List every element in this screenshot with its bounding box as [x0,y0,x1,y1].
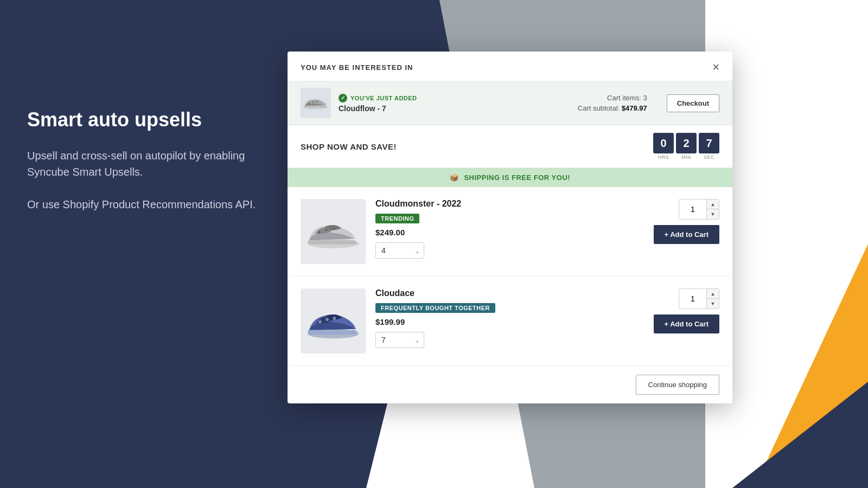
countdown-timer: 0 HRS 2 MIN 7 SEC [653,133,719,160]
qty-down-1[interactable]: ▼ [707,209,719,219]
size-select-wrapper-1: 4 5 6 7 8 [375,242,424,259]
product-action-2: ▲ ▼ + Add to Cart [654,288,720,333]
countdown-hours: 0 HRS [653,133,674,160]
svg-point-9 [318,320,322,324]
product-price-2: $199.99 [375,317,644,326]
product-details-1: Cloudmonster - 2022 TRENDING $249.00 4 5… [375,199,644,259]
cart-info: Cart items: 3 Cart subtotal: $479.97 [578,93,647,114]
check-icon: ✓ [339,94,347,102]
just-added-label: ✓ YOU'VE JUST ADDED [339,94,417,102]
modal-header: YOU MAY BE INTERESTED IN × [288,52,732,81]
added-product-name: Cloudflow - 7 [339,104,417,113]
svg-point-1 [308,102,310,104]
product-item-2: Cloudace FREQUENTLY BOUGHT TOGETHER $199… [288,277,732,366]
svg-point-6 [325,229,327,231]
quantity-input-2[interactable] [679,291,706,306]
shipping-text: SHIPPING IS FREE FOR YOU! [464,174,570,182]
just-added-left: ✓ YOU'VE JUST ADDED Cloudflow - 7 [301,88,417,118]
product-details-2: Cloudace FREQUENTLY BOUGHT TOGETHER $199… [375,288,644,348]
modal-title: YOU MAY BE INTERESTED IN [301,63,413,72]
added-product-thumb [301,88,331,118]
seconds-value: 7 [699,133,719,153]
minutes-label: MIN [681,155,691,160]
shop-banner: SHOP NOW AND SAVE! 0 HRS 2 MIN 7 SEC [288,125,732,168]
qty-down-2[interactable]: ▼ [707,299,719,309]
minutes-value: 2 [676,133,697,153]
box-icon: 📦 [450,174,459,182]
modal: YOU MAY BE INTERESTED IN × ✓ [288,52,732,403]
quantity-stepper-2: ▲ ▼ [679,288,719,309]
svg-point-5 [318,231,320,233]
continue-shopping-button[interactable]: Continue shopping [636,375,719,395]
svg-point-3 [316,101,318,102]
size-select-1[interactable]: 4 5 6 7 8 [375,242,424,259]
countdown-minutes: 2 MIN [676,133,697,160]
free-shipping-bar: 📦 SHIPPING IS FREE FOR YOU! [288,168,732,187]
svg-point-10 [326,318,329,321]
product-image-2 [301,288,366,354]
product-shoe-icon-2 [303,299,363,343]
countdown-seconds: 7 SEC [699,133,719,160]
quantity-input-1[interactable] [679,202,706,217]
product-badge-1: TRENDING [375,214,419,223]
product-name-2: Cloudace [375,288,644,298]
qty-arrows-1: ▲ ▼ [706,200,719,219]
add-to-cart-button-2[interactable]: + Add to Cart [654,314,720,333]
cart-subtotal-text: Cart subtotal: $479.97 [578,103,647,114]
qty-arrows-2: ▲ ▼ [706,289,719,309]
cart-items-text: Cart items: 3 [578,93,647,104]
just-added-bar: ✓ YOU'VE JUST ADDED Cloudflow - 7 Cart i… [288,81,732,125]
svg-point-11 [333,317,336,320]
shop-now-text: SHOP NOW AND SAVE! [301,142,397,151]
add-to-cart-button-1[interactable]: + Add to Cart [654,225,720,244]
left-paragraph-2: Or use Shopify Product Recommendations A… [27,196,271,213]
modal-footer: Continue shopping [288,366,732,403]
size-select-wrapper-2: 6 7 8 9 [375,332,424,348]
product-name-1: Cloudmonster - 2022 [375,199,644,209]
seconds-label: SEC [704,155,714,160]
left-panel: Smart auto upsells Upsell and cross-sell… [27,108,271,229]
left-paragraph-1: Upsell and cross-sell on autopilot by en… [27,147,271,180]
product-badge-2: FREQUENTLY BOUGHT TOGETHER [375,303,495,313]
qty-up-1[interactable]: ▲ [707,200,719,209]
product-image-1 [301,199,366,264]
qty-up-2[interactable]: ▲ [707,289,719,299]
svg-point-2 [312,101,314,103]
product-action-1: ▲ ▼ + Add to Cart [654,199,720,244]
product-price-1: $249.00 [375,228,644,237]
thumb-shoe-icon [302,92,329,114]
products-area: Cloudmonster - 2022 TRENDING $249.00 4 5… [288,187,732,366]
just-added-info: ✓ YOU'VE JUST ADDED Cloudflow - 7 [339,94,417,113]
hours-value: 0 [653,133,674,153]
hours-label: HRS [658,155,669,160]
product-shoe-icon-1 [303,210,363,253]
close-button[interactable]: × [712,61,719,73]
left-heading: Smart auto upsells [27,108,271,131]
size-select-2[interactable]: 6 7 8 9 [375,332,424,348]
product-item-1: Cloudmonster - 2022 TRENDING $249.00 4 5… [288,187,732,277]
quantity-stepper-1: ▲ ▼ [679,199,719,220]
checkout-button[interactable]: Checkout [667,94,719,112]
svg-point-7 [333,228,335,230]
